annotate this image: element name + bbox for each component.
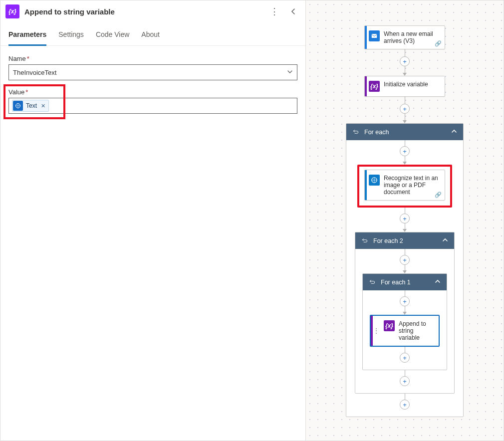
connector: + bbox=[400, 208, 410, 232]
computer-vision-icon bbox=[13, 101, 23, 111]
connector: + bbox=[400, 249, 410, 273]
node-recognize-text[interactable]: Recognize text in an image or a PDF docu… bbox=[364, 170, 445, 201]
loop-icon bbox=[369, 279, 376, 286]
chevron-up-icon bbox=[435, 278, 441, 286]
tab-strip: Parameters Settings Code View About bbox=[0, 22, 305, 46]
node-label: When a new email arrives (V3) bbox=[384, 30, 440, 44]
chevron-down-icon bbox=[287, 69, 293, 76]
connector: + bbox=[400, 49, 410, 76]
insert-step-button[interactable]: + bbox=[400, 146, 410, 156]
panel-title: Append to string variable bbox=[24, 7, 262, 16]
connector: + bbox=[400, 370, 410, 386]
for-each-label: For each bbox=[364, 129, 389, 136]
insert-step-button[interactable]: + bbox=[400, 255, 410, 265]
link-icon: 🔗 bbox=[435, 192, 442, 198]
fields: Name* TheInvoiceText Value* bbox=[0, 46, 305, 123]
node-email-trigger[interactable]: When a new email arrives (V3) 🔗 bbox=[364, 25, 445, 49]
drag-handle-icon[interactable]: ⋮ bbox=[373, 327, 380, 335]
outlook-icon bbox=[369, 30, 380, 41]
connector: + bbox=[400, 290, 410, 315]
connector: + bbox=[400, 394, 410, 410]
token-label: Text bbox=[26, 102, 37, 109]
node-for-each: For each + bbox=[346, 123, 464, 417]
node-label: Initialize variable bbox=[384, 81, 428, 88]
tab-settings[interactable]: Settings bbox=[58, 30, 84, 45]
connector: + bbox=[400, 140, 410, 165]
name-value: TheInvoiceText bbox=[13, 69, 56, 76]
svg-rect-1 bbox=[372, 34, 377, 38]
insert-step-button[interactable]: + bbox=[400, 376, 410, 386]
node-append-to-string[interactable]: ⋮ {x} Append to string variable bbox=[370, 315, 440, 347]
node-initialize-variable[interactable]: {x} Initialize variable bbox=[364, 76, 445, 97]
loop-icon bbox=[361, 237, 368, 244]
highlight-recognize-annotation: Recognize text in an image or a PDF docu… bbox=[357, 165, 452, 208]
loop-icon bbox=[352, 129, 359, 136]
variable-icon: {x} bbox=[384, 320, 395, 331]
node-label: Append to string variable bbox=[399, 320, 434, 341]
for-each-header[interactable]: For each bbox=[346, 124, 463, 140]
collapse-panel-button[interactable] bbox=[286, 4, 300, 18]
for-each-2-header[interactable]: For each 2 bbox=[355, 232, 454, 249]
link-icon: 🔗 bbox=[435, 40, 442, 47]
for-each-1-header[interactable]: For each 1 bbox=[363, 274, 447, 290]
for-each-2-label: For each 2 bbox=[373, 237, 403, 244]
action-config-panel: {x} Append to string variable ⋮ Paramete… bbox=[0, 0, 306, 441]
value-field: Value* Text ✕ bbox=[8, 88, 297, 114]
insert-step-button[interactable]: + bbox=[400, 353, 410, 363]
remove-token-button[interactable]: ✕ bbox=[40, 103, 46, 109]
name-dropdown[interactable]: TheInvoiceText bbox=[8, 64, 297, 80]
value-input[interactable]: Text ✕ bbox=[8, 98, 297, 114]
node-for-each-1: For each 1 + bbox=[362, 273, 447, 370]
insert-step-button[interactable]: + bbox=[400, 400, 410, 410]
app-root: {x} Append to string variable ⋮ Paramete… bbox=[0, 0, 504, 441]
flow-canvas[interactable]: When a new email arrives (V3) 🔗 + {x} In… bbox=[306, 0, 504, 441]
variable-icon: {x} bbox=[5, 4, 19, 18]
computer-vision-icon bbox=[369, 175, 380, 186]
tab-about[interactable]: About bbox=[141, 30, 160, 45]
more-menu-button[interactable]: ⋮ bbox=[267, 4, 281, 18]
dynamic-content-token[interactable]: Text ✕ bbox=[12, 100, 49, 112]
insert-step-button[interactable]: + bbox=[400, 104, 410, 114]
for-each-1-label: For each 1 bbox=[381, 279, 411, 286]
panel-header: {x} Append to string variable ⋮ bbox=[0, 0, 305, 22]
chevron-left-icon bbox=[290, 8, 297, 15]
insert-step-button[interactable]: + bbox=[400, 56, 410, 66]
insert-step-button[interactable]: + bbox=[400, 214, 410, 223]
connector: + bbox=[400, 97, 410, 123]
chevron-up-icon bbox=[451, 128, 457, 136]
tab-codeview[interactable]: Code View bbox=[96, 30, 129, 45]
flow-column: When a new email arrives (V3) 🔗 + {x} In… bbox=[306, 25, 504, 417]
name-label: Name* bbox=[8, 55, 297, 62]
connector: + bbox=[400, 347, 410, 363]
value-label: Value* bbox=[8, 88, 297, 96]
node-label: Recognize text in an image or a PDF docu… bbox=[384, 175, 440, 196]
chevron-up-icon bbox=[442, 237, 448, 244]
variable-icon: {x} bbox=[369, 81, 380, 92]
tab-parameters[interactable]: Parameters bbox=[8, 30, 46, 46]
insert-step-button[interactable]: + bbox=[400, 296, 410, 306]
node-for-each-2: For each 2 + bbox=[355, 232, 455, 394]
